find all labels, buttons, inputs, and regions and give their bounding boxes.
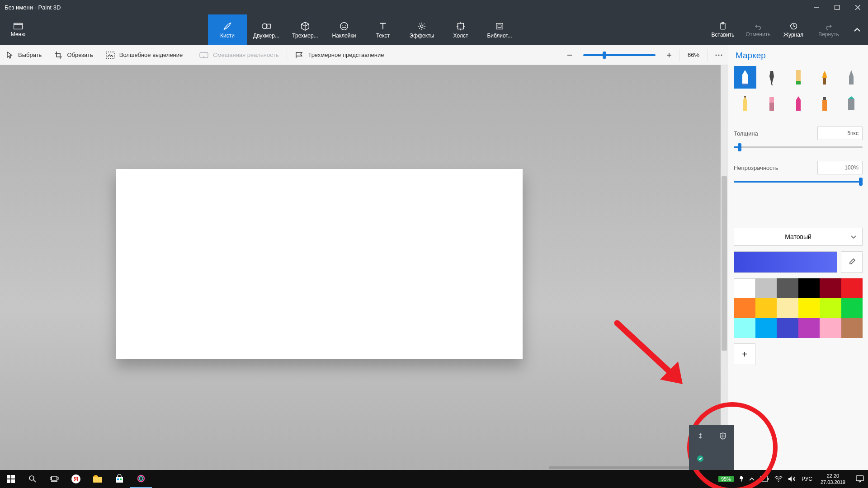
tray-usb-icon[interactable] (689, 425, 712, 447)
tab-library[interactable]: Библиот... (480, 14, 519, 45)
magic-select-label: Волшебное выделение (119, 52, 183, 58)
brush-oil[interactable] (787, 66, 810, 89)
taskbar-app-explorer[interactable] (87, 470, 108, 488)
color-swatch[interactable] (777, 278, 798, 298)
brush-calligraphy[interactable] (760, 66, 783, 89)
wifi-icon[interactable] (774, 476, 783, 482)
ellipsis-icon (715, 54, 722, 56)
color-swatch[interactable] (777, 298, 798, 318)
brush-watercolor[interactable] (813, 66, 836, 89)
material-dropdown[interactable]: Матовый (734, 228, 863, 246)
brush-spraycan[interactable] (813, 92, 836, 115)
window-maximize-button[interactable] (826, 0, 847, 14)
brush-pixelpen[interactable] (840, 66, 863, 89)
canvas-area[interactable] (0, 65, 728, 470)
color-swatch[interactable] (841, 278, 863, 298)
crop-button[interactable]: Обрезать (48, 45, 99, 65)
clock[interactable]: 22:20 27.03.2019 (818, 473, 848, 485)
opacity-input[interactable]: 100% (817, 161, 863, 174)
color-swatch[interactable] (734, 278, 755, 298)
redo-button[interactable]: Вернуть (811, 14, 846, 45)
date: 27.03.2019 (821, 479, 845, 485)
window-close-button[interactable] (847, 0, 868, 14)
tab-3d[interactable]: Трехмер... (286, 14, 325, 45)
thickness-input[interactable]: 5пкс (817, 127, 863, 140)
canvas[interactable] (116, 169, 523, 359)
svg-rect-34 (50, 477, 52, 479)
opacity-slider[interactable] (734, 181, 863, 183)
svg-rect-24 (822, 100, 827, 111)
svg-rect-25 (823, 97, 826, 100)
taskview-button[interactable] (43, 470, 65, 488)
tray-defender-icon[interactable] (712, 425, 734, 447)
svg-rect-23 (769, 103, 774, 111)
current-color[interactable] (734, 251, 837, 273)
undo-button[interactable]: Отменить (741, 14, 776, 45)
zoom-out-button[interactable] (561, 47, 578, 63)
insert-button[interactable]: Вставить (705, 14, 741, 45)
action-center-button[interactable] (854, 470, 866, 488)
cursor-icon (6, 51, 14, 59)
tray-check-icon[interactable] (689, 447, 712, 470)
color-swatch[interactable] (820, 298, 841, 318)
taskbar-app-paint3d[interactable] (130, 470, 152, 488)
more-options-button[interactable] (710, 54, 728, 56)
tab-2d[interactable]: Двухмер... (247, 14, 286, 45)
color-swatch[interactable] (755, 278, 777, 298)
color-swatch[interactable] (798, 298, 820, 318)
color-swatch[interactable] (841, 298, 863, 318)
history-icon (788, 22, 798, 31)
color-swatch[interactable] (798, 318, 820, 338)
tray-popup[interactable] (689, 425, 734, 470)
tab-stickers[interactable]: Наклейки (325, 14, 363, 45)
slider-thumb[interactable] (738, 143, 741, 151)
color-swatch[interactable] (777, 318, 798, 338)
color-swatch[interactable] (820, 318, 841, 338)
horizontal-scrollbar[interactable] (291, 465, 721, 470)
brush-crayon[interactable] (787, 92, 810, 115)
eyedropper-button[interactable] (841, 251, 863, 273)
tab-effects[interactable]: Эффекты (402, 14, 441, 45)
view-3d-button[interactable]: Трехмерное представление (289, 45, 390, 65)
brush-marker[interactable] (734, 66, 756, 89)
volume-icon[interactable] (788, 476, 796, 482)
svg-rect-22 (769, 97, 774, 103)
color-swatch[interactable] (820, 278, 841, 298)
add-color-button[interactable]: + (734, 343, 755, 365)
zoom-value[interactable]: 66% (681, 52, 706, 58)
start-button[interactable] (0, 470, 22, 488)
tab-text[interactable]: Текст (363, 14, 402, 45)
slider-thumb[interactable] (859, 178, 863, 186)
zoom-slider[interactable] (583, 54, 656, 56)
brush-pencil[interactable] (734, 92, 756, 115)
color-swatch[interactable] (798, 278, 820, 298)
history-button[interactable]: Журнал (776, 14, 811, 45)
select-button[interactable]: Выбрать (0, 45, 48, 65)
zoom-in-button[interactable] (661, 47, 677, 63)
windows-icon (7, 475, 15, 483)
search-button[interactable] (22, 470, 43, 488)
color-swatch[interactable] (755, 318, 777, 338)
tab-canvas[interactable]: Холст (441, 14, 480, 45)
color-swatch[interactable] (841, 318, 863, 338)
scrollbar-thumb[interactable] (722, 176, 727, 351)
taskbar-app-yandex[interactable]: Я (65, 470, 87, 488)
color-swatch[interactable] (734, 318, 755, 338)
zoom-slider-thumb[interactable] (603, 52, 606, 59)
library-icon (494, 21, 505, 32)
brush-fill[interactable] (840, 92, 863, 115)
color-swatch[interactable] (755, 298, 777, 318)
menu-button[interactable]: Меню (0, 14, 36, 45)
tab-brushes[interactable]: Кисти (208, 14, 247, 45)
expand-panel-button[interactable] (846, 14, 868, 45)
language-indicator[interactable]: РУС (802, 476, 812, 482)
window-minimize-button[interactable] (806, 0, 826, 14)
brush-eraser[interactable] (760, 92, 783, 115)
effects-icon (416, 21, 427, 32)
thickness-slider[interactable] (734, 146, 863, 148)
window-title: Без имени - Paint 3D (0, 4, 806, 11)
taskbar-app-store[interactable] (108, 470, 130, 488)
color-swatch[interactable] (734, 298, 755, 318)
titlebar: Без имени - Paint 3D (0, 0, 868, 14)
magic-select-button[interactable]: Волшебное выделение (99, 45, 189, 65)
